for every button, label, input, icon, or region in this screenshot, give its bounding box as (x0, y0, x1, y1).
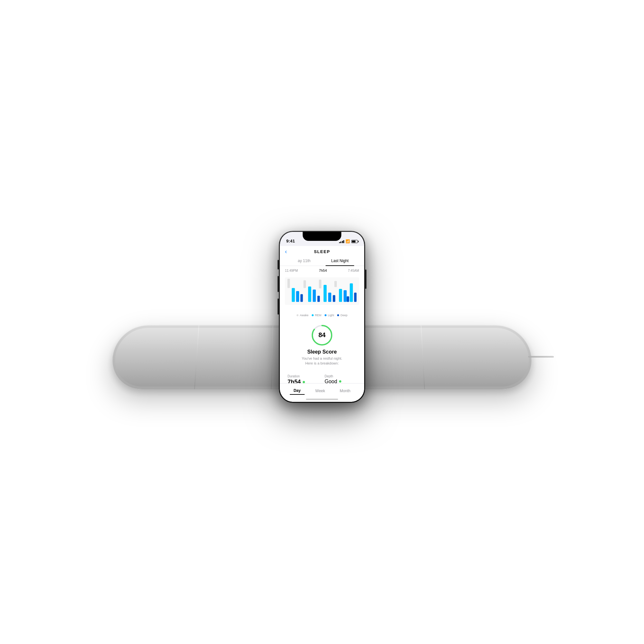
signal-icon (339, 240, 345, 243)
score-section: 84 Sleep Score You've had a restful nigh… (280, 319, 364, 369)
notch (303, 232, 341, 241)
scene: 9:41 📶 (0, 0, 644, 644)
svg-rect-4 (334, 281, 337, 287)
sleep-score-title: Sleep Score (307, 349, 337, 355)
svg-rect-2 (304, 280, 306, 288)
svg-rect-7 (324, 285, 327, 302)
wifi-icon: 📶 (346, 239, 350, 243)
sleep-times: 11:49PM 7h54 7:45AM (280, 266, 364, 274)
awake-label: Awake (300, 314, 308, 317)
svg-rect-15 (317, 296, 320, 302)
phone: 9:41 📶 (279, 231, 365, 403)
legend-rem: REM (312, 314, 321, 317)
sleep-chart (280, 274, 364, 312)
svg-rect-10 (296, 291, 299, 302)
svg-rect-6 (308, 287, 311, 302)
svg-rect-18 (354, 293, 357, 302)
duration-dot (303, 381, 305, 383)
light-dot (325, 314, 327, 316)
tab-date[interactable]: ay 11th (286, 256, 322, 266)
tab-month[interactable]: Month (336, 387, 354, 394)
score-circle: 84 (311, 324, 333, 346)
depth-dot (339, 380, 341, 383)
sleep-duration-header: 7h54 (319, 269, 327, 272)
back-button[interactable]: ‹ (285, 248, 287, 255)
rem-dot (312, 314, 314, 316)
legend-deep: Deep (337, 314, 347, 317)
tab-last-night[interactable]: Last Night (322, 256, 358, 266)
status-time: 9:41 (286, 239, 295, 243)
deep-label: Deep (340, 314, 347, 317)
phone-inner: 9:41 📶 (280, 232, 364, 402)
sleep-score-desc: You've had a restful night. Here is a br… (302, 356, 342, 366)
duration-label: Duration (288, 374, 319, 378)
date-tabs: ay 11th Last Night (280, 256, 364, 266)
status-icons: 📶 (339, 239, 358, 243)
score-value: 84 (318, 331, 326, 339)
svg-rect-9 (350, 283, 353, 302)
svg-rect-3 (319, 280, 321, 289)
svg-rect-17 (347, 296, 349, 302)
phone-screen: 9:41 📶 (280, 232, 364, 402)
battery-icon (351, 240, 358, 243)
legend-light: Light (325, 314, 334, 317)
page-title: SLEEP (314, 249, 330, 254)
deep-dot (337, 314, 339, 316)
phone-shell: 9:41 📶 (279, 231, 365, 403)
tab-day[interactable]: Day (290, 387, 305, 394)
svg-rect-14 (300, 294, 303, 302)
svg-rect-12 (328, 293, 331, 302)
svg-rect-8 (339, 289, 342, 302)
depth-label: Depth (325, 374, 356, 378)
svg-rect-11 (313, 289, 316, 302)
svg-rect-5 (292, 288, 295, 302)
chart-legend: Awake REM Light (280, 312, 364, 319)
sleep-start-time: 11:49PM (285, 269, 298, 272)
awake-dot (297, 314, 298, 316)
home-indicator (306, 399, 338, 400)
rem-label: REM (315, 314, 321, 317)
sleep-chart-svg (285, 275, 359, 307)
svg-rect-13 (344, 290, 347, 302)
legend-awake: Awake (297, 314, 308, 317)
nav-bar: ‹ SLEEP (280, 246, 364, 256)
power-button[interactable] (365, 270, 366, 289)
svg-rect-16 (333, 295, 336, 302)
light-label: Light (328, 314, 334, 317)
sleep-end-time: 7:45AM (348, 269, 359, 272)
tab-week[interactable]: Week (311, 387, 329, 394)
svg-rect-1 (288, 279, 290, 288)
app-content: ‹ SLEEP ay 11th Last Night 11:49PM 7h54 (280, 246, 364, 402)
